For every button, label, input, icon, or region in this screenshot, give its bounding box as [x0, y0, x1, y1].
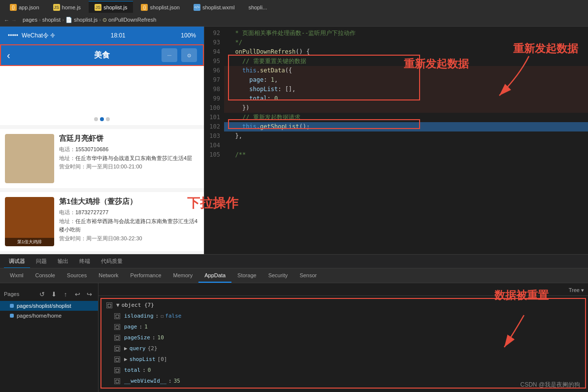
editor-panel: 92 93 94 95 96 97 98 99 100 101 102 103 … [204, 27, 588, 254]
code-line-94: onPullDownRefresh() { [224, 47, 588, 57]
pages-label: Pages [4, 291, 35, 297]
code-line-95: // 需要重置关键的数据 [224, 57, 588, 66]
tab-shoplistjs[interactable]: JS shoplist.js [89, 1, 133, 13]
tab-shoplistwxml[interactable]: </> shoplist.wxml [188, 1, 240, 13]
devtools-tabs: Wxml Console Sources Network Performance… [0, 268, 588, 283]
phone-content[interactable]: 宫廷月亮虾饼 电话：15530710686 地址：任丘市华中路与会战道叉口东南角… [0, 66, 204, 254]
shop-info-1: 宫廷月亮虾饼 电话：15530710686 地址：任丘市华中路与会战道叉口东南角… [59, 134, 199, 183]
code-line-102: this.getShopList(); [224, 122, 588, 131]
phone-time: 18:01 [111, 32, 126, 39]
line-numbers: 92 93 94 95 96 97 98 99 100 101 102 103 … [204, 27, 224, 254]
panel-tab-quality[interactable]: 代码质量 [96, 255, 128, 268]
panel-tab-problems[interactable]: 问题 [31, 255, 52, 268]
data-val-isloading: false [165, 312, 181, 321]
page-item-shoplist[interactable]: pages/shoplist/shoplist [0, 301, 98, 311]
code-line-93: */ [224, 38, 588, 47]
devtab-sensor[interactable]: Sensor [294, 269, 323, 283]
banner-dot-2 [100, 117, 104, 121]
data-row-root: □ ▼ object {7} [102, 300, 584, 311]
shop-name-2: 第1佳大鸡排（萱莎店） [59, 197, 199, 206]
devtab-sources[interactable]: Sources [61, 269, 93, 283]
devtab-wxml[interactable]: Wxml [4, 269, 30, 283]
pages-panel: Pages ↺ ⬇ ↑ ↩ ↪ pages/shoplist/shoplist … [0, 283, 98, 392]
data-key-isloading: isloading [124, 312, 154, 321]
data-row-isloading: □ isloading : ☐ false [102, 311, 584, 322]
devtab-performance[interactable]: Performance [125, 269, 167, 283]
phone-nav-title: 美食 [94, 50, 110, 61]
tab-shoplistjson-label: shoplist.json [150, 4, 180, 10]
breadcrumb-path: pages › shoplist › 📄 shoplist.js › ⊙ onP… [23, 17, 156, 23]
tab-homejs-label: home.js [62, 4, 81, 10]
code-line-97: page: 1, [224, 75, 588, 85]
banner-dots [94, 117, 110, 121]
json-icon-2: {} [141, 4, 148, 11]
panel-tab-terminal[interactable]: 终端 [74, 255, 95, 268]
js-icon-home: JS [53, 4, 60, 11]
collapse-btn[interactable]: ↑ [61, 289, 70, 299]
bottom-panel: 调试器 问题 输出 终端 代码质量 Wxml Console Sources N… [0, 254, 588, 392]
page-path-2: pages/home/home [17, 313, 62, 319]
code-line-99: total: 0 [224, 94, 588, 103]
tab-homejs[interactable]: JS home.js [47, 1, 87, 13]
phone-camera-btn[interactable]: ⊙ [181, 48, 197, 62]
expand-all-btn[interactable]: ⬇ [49, 289, 59, 299]
devtab-security[interactable]: Security [262, 269, 294, 283]
data-panel[interactable]: Tree ▾ □ ▼ object {7} □ isloading : ☐ fa… [98, 283, 588, 392]
devtab-storage[interactable]: Storage [231, 269, 262, 283]
shop-item-2[interactable]: 第1佳大鸡排 第1佳大鸡排（萱莎店） 电话：18732727277 地址：任丘市… [0, 192, 204, 251]
devtab-appdata[interactable]: AppData [198, 269, 231, 283]
tab-appjson[interactable]: {} app.json [4, 1, 45, 13]
phone-nav-bar: ‹ 美食 ··· ⊙ [0, 44, 204, 66]
nav-back-icon[interactable]: ← [4, 17, 9, 23]
tab-shoplistjson[interactable]: {} shoplist.json [135, 1, 186, 13]
data-val-webviewid: 35 [174, 377, 180, 386]
wxml-icon: </> [194, 4, 200, 11]
breadcrumb: ← → pages › shoplist › 📄 shoplist.js › ⊙… [0, 14, 588, 27]
data-key-query: query [130, 344, 146, 353]
back-btn[interactable]: ↩ [72, 289, 82, 299]
data-key-page: page [124, 323, 137, 331]
forward-btn[interactable]: ↪ [84, 289, 94, 299]
devtab-console[interactable]: Console [30, 269, 61, 283]
json-icon: {} [10, 4, 17, 11]
shop-hours-2: 营业时间：周一至周日08:30-22:30 [59, 234, 199, 243]
data-row-query: □ ▶ query {2} [102, 343, 584, 354]
pulldown-annotation: 下拉操作 [187, 195, 238, 212]
panel-tab-debugger[interactable]: 调试器 [4, 255, 30, 268]
page-item-home[interactable]: pages/home/home [0, 311, 98, 321]
shop-info-2: 第1佳大鸡排（萱莎店） 电话：18732727277 地址：任丘市裕华西路与会战… [59, 197, 199, 246]
data-highlight-box: □ ▼ object {7} □ isloading : ☐ false □ p… [100, 298, 586, 389]
row-indicator-isloading: □ [114, 313, 120, 319]
code-line-96: this.setData({ [224, 66, 588, 75]
tree-label: Tree ▾ [569, 287, 584, 294]
code-area[interactable]: 92 93 94 95 96 97 98 99 100 101 102 103 … [204, 27, 588, 254]
panel-tab-output[interactable]: 输出 [53, 255, 73, 268]
data-row-shoplist: □ ▶ shopList [0] [102, 354, 584, 365]
data-toolbar: Tree ▾ [98, 285, 588, 296]
refresh-btn[interactable]: ↺ [37, 289, 47, 299]
data-key-shoplist: shopList [130, 355, 156, 364]
code-line-104 [224, 141, 588, 150]
banner-dot-3 [106, 117, 110, 121]
signal-bars: ••••• [8, 32, 18, 39]
phone-menu-btn[interactable]: ··· [162, 48, 177, 62]
devtab-network[interactable]: Network [93, 269, 124, 283]
devtab-memory[interactable]: Memory [167, 269, 199, 283]
tab-shoplistmore[interactable]: shopli... [242, 1, 273, 13]
code-line-103: }, [224, 131, 588, 141]
nav-forward-icon[interactable]: → [11, 17, 17, 23]
phone-back-btn[interactable]: ‹ [7, 50, 10, 61]
data-val-total: 0 [148, 366, 151, 375]
code-line-101: // 重新发起数据请求 [224, 113, 588, 122]
shop-address-2: 地址：任丘市裕华西路与会战北道路口东南角萱莎汇生活4楼小吃街 [59, 217, 199, 234]
devtools-content: Pages ↺ ⬇ ↑ ↩ ↪ pages/shoplist/shoplist … [0, 283, 588, 392]
js-icon-shoplist: JS [95, 4, 101, 11]
row-indicator-query: □ [114, 346, 120, 352]
banner-dot-1 [94, 117, 98, 121]
shop-item-1[interactable]: 宫廷月亮虾饼 电话：15530710686 地址：任丘市华中路与会战道叉口东南角… [0, 129, 204, 188]
data-row-webviewid: □ __webViewId__ : 35 [102, 376, 584, 387]
data-root-value: object {7} [122, 301, 154, 310]
row-indicator-total: □ [114, 367, 120, 373]
shop-address-1: 地址：任丘市华中路与会战道叉口东南角萱莎汇生活4层 [59, 154, 199, 163]
phone-status-bar: ••••• WeChat令 令 18:01 100% [0, 27, 204, 44]
